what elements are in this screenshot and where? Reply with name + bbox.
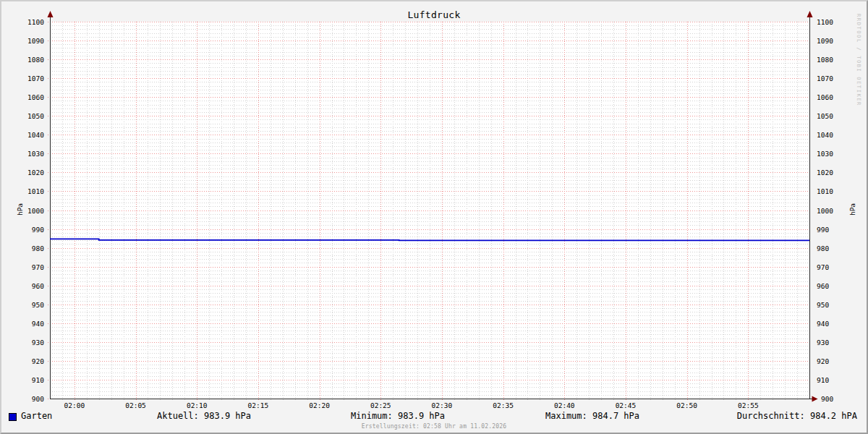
y-tick-label-right: 940 <box>817 320 829 328</box>
y-tick-label-left: 1080 <box>16 56 44 64</box>
y-tick-label-left: 930 <box>16 339 44 346</box>
legend-label-garten: Garten <box>21 412 52 421</box>
x-tick-label: 02:55 <box>732 401 764 409</box>
y-axis-arrow-right-icon <box>807 11 813 17</box>
stat-minimum: Minimum: 983.9 hPa <box>351 412 445 421</box>
rrdtool-graph: Luftdruck RRDTOOL / TOBI OETIKER hPa hPa… <box>0 0 868 434</box>
y-tick-label-left: 1020 <box>16 169 44 176</box>
y-tick-label-left: 1000 <box>16 207 44 215</box>
y-tick-label-left: 950 <box>16 301 44 309</box>
x-axis-arrow-icon <box>812 396 818 402</box>
y-tick-label-right: 920 <box>817 357 829 365</box>
x-tick-label: 02:00 <box>59 401 90 409</box>
y-tick-label-left: 900 <box>16 395 44 403</box>
y-axis-unit-right: hPa <box>848 203 856 216</box>
x-tick-label: 02:15 <box>242 401 274 409</box>
y-tick-label-right: 1000 <box>817 207 833 215</box>
y-tick-label-right: 980 <box>817 244 829 252</box>
x-tick-label: 02:25 <box>365 401 396 409</box>
x-tick-label: 02:30 <box>426 401 458 409</box>
y-tick-label-left: 910 <box>16 376 44 384</box>
x-tick-label: 02:50 <box>671 401 703 409</box>
stat-durchschnitt: Durchschnitt: 984.2 hPA <box>737 412 857 421</box>
y-tick-label-left: 1040 <box>16 131 44 139</box>
y-tick-label-right: 1040 <box>817 131 833 139</box>
y-tick-label-right: 900 <box>821 395 833 403</box>
y-tick-label-right: 960 <box>817 282 829 290</box>
y-tick-label-right: 1030 <box>817 150 833 158</box>
y-tick-label-right: 1050 <box>817 112 833 120</box>
y-tick-label-right: 1020 <box>817 169 833 176</box>
y-axis-arrow-left-icon <box>48 11 54 17</box>
y-tick-label-left: 970 <box>16 263 44 271</box>
creation-time: Erstellungszeit: 02:58 Uhr am 11.02.2026 <box>1 423 867 430</box>
legend-swatch-garten <box>9 413 17 421</box>
y-tick-label-right: 970 <box>817 263 829 271</box>
x-tick-label: 02:10 <box>181 401 213 409</box>
y-tick-label-right: 1070 <box>817 75 833 82</box>
y-tick-label-right: 930 <box>817 339 829 346</box>
y-tick-label-left: 1070 <box>16 75 44 82</box>
y-tick-label-right: 1010 <box>817 187 833 195</box>
y-tick-label-right: 950 <box>817 301 829 309</box>
x-tick-label: 02:35 <box>488 401 519 409</box>
y-tick-label-right: 910 <box>817 376 829 384</box>
x-tick-label: 02:40 <box>548 401 580 409</box>
y-tick-label-left: 960 <box>16 282 44 290</box>
stat-maximum: Maximum: 984.7 hPa <box>545 412 639 421</box>
y-tick-label-left: 940 <box>16 320 44 328</box>
y-tick-label-left: 1090 <box>16 37 44 45</box>
stat-aktuell: Aktuell: 983.9 hPa <box>157 412 251 421</box>
y-tick-label-left: 920 <box>16 357 44 365</box>
y-tick-label-right: 1080 <box>817 56 833 64</box>
y-tick-label-right: 990 <box>817 226 829 234</box>
y-tick-label-left: 1060 <box>16 93 44 101</box>
y-tick-label-left: 990 <box>16 226 44 234</box>
plot-area <box>1 1 868 434</box>
y-tick-label-right: 1100 <box>817 18 833 26</box>
x-tick-label: 02:45 <box>610 401 642 409</box>
y-tick-label-left: 1100 <box>16 18 44 26</box>
y-tick-label-right: 1090 <box>817 37 833 45</box>
x-tick-label: 02:05 <box>120 401 152 409</box>
x-tick-label: 02:20 <box>304 401 336 409</box>
y-tick-label-right: 1060 <box>817 93 833 101</box>
y-tick-label-left: 1010 <box>16 187 44 195</box>
y-tick-label-left: 1050 <box>16 112 44 120</box>
y-tick-label-left: 1030 <box>16 150 44 158</box>
y-tick-label-left: 980 <box>16 244 44 252</box>
